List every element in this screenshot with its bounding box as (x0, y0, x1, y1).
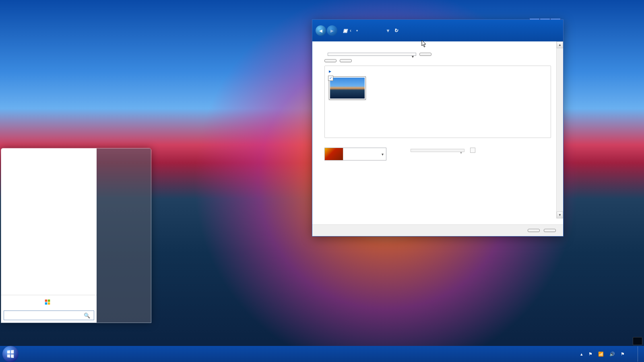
tray-flag-icon[interactable]: ⚑ (587, 351, 594, 358)
all-programs[interactable] (1, 295, 97, 308)
window-footer (312, 224, 563, 236)
window-body: ▸ ✓ ▾ (312, 41, 563, 224)
program-list (1, 148, 97, 295)
interval-select (411, 149, 464, 152)
chevron-down-icon: ▾ (379, 152, 386, 156)
start-menu-right (97, 148, 151, 323)
browse-button[interactable] (419, 53, 431, 56)
scroll-down-icon[interactable]: ▼ (557, 212, 563, 218)
forward-button[interactable]: ► (327, 25, 337, 36)
cpu-ram-badge (633, 337, 642, 345)
vertical-scrollbar[interactable]: ▲ ▼ (556, 41, 563, 218)
start-button[interactable] (2, 346, 19, 362)
windows-logo-icon (45, 299, 50, 305)
breadcrumb-dropdown-icon[interactable]: ▾ (387, 28, 389, 33)
wallpaper-thumbnail[interactable]: ✓ (329, 76, 366, 100)
svg-rect-1 (48, 300, 50, 302)
clear-all-button[interactable] (340, 59, 352, 62)
tray-show-hidden-icon[interactable]: ▴ (579, 351, 584, 358)
thumbnail-checkbox[interactable]: ✓ (328, 76, 333, 81)
start-menu: 🔍 (1, 148, 151, 323)
shuffle-checkbox (470, 148, 478, 153)
position-select[interactable]: ▾ (324, 148, 386, 160)
start-menu-left: 🔍 (1, 148, 97, 323)
thumbnail-image (330, 78, 365, 99)
titlebar[interactable]: ◄ ► ▣ ‹ • ▾ ↻ (312, 20, 563, 41)
gallery-path[interactable]: ▸ (329, 68, 547, 74)
position-preview-icon (325, 148, 343, 160)
taskbar: ▴ ⚑ 📶 🔊 ⚑ (0, 346, 644, 362)
checkbox-icon (470, 148, 475, 153)
svg-rect-0 (45, 300, 47, 302)
scroll-up-icon[interactable]: ▲ (557, 41, 563, 48)
search-icon: 🔍 (84, 313, 90, 319)
tray-volume-icon[interactable]: 🔊 (608, 351, 617, 358)
breadcrumb-icon: ▣ (343, 28, 347, 33)
tray-action-center-icon[interactable]: ⚑ (619, 351, 626, 358)
tray-language[interactable] (573, 353, 576, 355)
back-button[interactable]: ◄ (316, 25, 326, 36)
breadcrumb-sep: ‹ (350, 28, 351, 33)
system-tray: ▴ ⚑ 📶 🔊 ⚑ (573, 346, 642, 362)
svg-rect-3 (48, 302, 50, 305)
breadcrumb-sep: • (356, 28, 358, 33)
breadcrumb[interactable]: ▣ ‹ • ▾ ↻ (343, 28, 398, 33)
svg-rect-2 (45, 302, 47, 305)
search-input[interactable] (4, 311, 94, 320)
refresh-icon[interactable]: ↻ (394, 28, 398, 33)
select-all-button[interactable] (324, 59, 336, 62)
search-container: 🔍 (1, 308, 97, 323)
tray-network-icon[interactable]: 📶 (597, 351, 605, 358)
control-panel-window: — ☐ ✕ ◄ ► ▣ ‹ • ▾ ↻ ▸ (312, 19, 564, 237)
save-button[interactable] (528, 229, 540, 232)
cancel-button[interactable] (544, 229, 556, 232)
collapse-icon[interactable]: ▸ (329, 68, 331, 74)
wallpaper-gallery: ▸ ✓ (324, 66, 551, 138)
show-desktop-button[interactable] (638, 346, 642, 362)
windows-orb-icon (6, 350, 15, 358)
location-select[interactable] (328, 53, 416, 56)
